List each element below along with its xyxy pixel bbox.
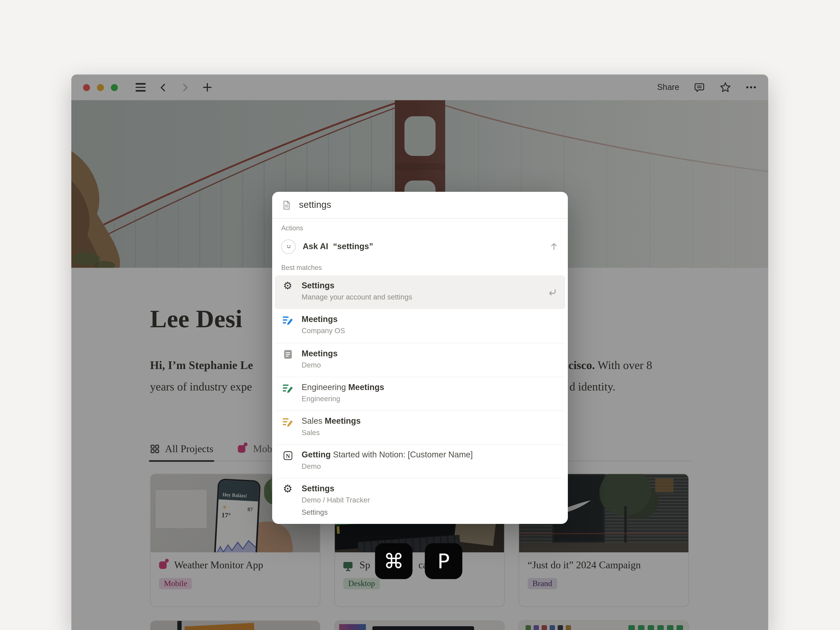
ask-ai-query: “settings” <box>333 242 373 251</box>
quick-search-dialog: settings Actions Ask AI “settings” Best … <box>272 192 568 524</box>
phone-humidity: 87 <box>248 506 253 512</box>
page-search-icon <box>281 199 292 210</box>
intro-line2-right: d identity. <box>569 376 615 398</box>
traffic-light-zoom[interactable] <box>111 84 118 91</box>
ask-ai-action[interactable]: Ask AI “settings” <box>275 235 565 258</box>
window-glow <box>655 478 673 493</box>
result-title: Settings <box>302 483 370 494</box>
card-title: “Just do it” 2024 Campaign <box>527 559 641 571</box>
result-subtitle: Engineering <box>302 394 384 403</box>
card-tag-brand[interactable]: Brand <box>527 578 557 589</box>
notion-logo-icon: N <box>282 450 293 461</box>
card-sliver-1[interactable]: Basic <box>150 621 321 630</box>
macbook-silhouette <box>372 626 474 630</box>
search-result[interactable]: MeetingsDemo <box>275 343 565 376</box>
card-sliver-2[interactable] <box>334 621 505 630</box>
gear-icon: ⚙ <box>283 281 292 291</box>
tab-label: Mob <box>253 443 272 455</box>
green-icon-grid <box>628 625 683 630</box>
actions-section-label: Actions <box>272 218 568 235</box>
best-matches-section-label: Best matches <box>272 258 568 274</box>
chart-wave <box>215 534 256 553</box>
result-title: Meetings <box>302 314 345 325</box>
keycap-p: P <box>425 543 462 579</box>
app-icon-grid <box>526 625 571 630</box>
meeting-notes-icon <box>282 416 294 428</box>
search-query-text: settings <box>299 199 332 210</box>
mobile-app-icon <box>159 562 166 569</box>
traffic-light-minimize[interactable] <box>97 84 104 91</box>
meeting-notes-icon <box>282 382 294 395</box>
search-result[interactable]: Engineering MeetingsEngineering <box>275 377 565 411</box>
desktop-monitor-icon <box>343 562 353 568</box>
enter-key-icon <box>547 287 557 297</box>
result-title: Getting Started with Notion: [Customer N… <box>302 450 473 460</box>
favorite-star-icon[interactable] <box>720 81 731 93</box>
imac-silhouette <box>155 489 207 529</box>
note-icon <box>282 349 293 360</box>
intro-line1-right: cisco. With over 8 <box>568 355 652 376</box>
grid-icon <box>150 444 160 454</box>
search-result[interactable]: ⚙SettingsDemo / Habit TrackerSettings <box>275 478 565 517</box>
mobile-app-icon <box>238 445 245 453</box>
tab-mobile[interactable]: Mob <box>237 437 273 461</box>
page-title: Lee Desi <box>150 304 243 333</box>
result-subtitle: Demo <box>302 360 338 370</box>
phone-greeting: Hey Balázs! <box>218 480 259 502</box>
result-subtitle: Demo / Habit Tracker <box>302 496 370 505</box>
card-title: Weather Monitor App <box>174 559 263 571</box>
gear-filled-icon: ⚙ <box>283 484 292 494</box>
card-sliver-3[interactable] <box>519 621 689 630</box>
intro-line1-left: Hi, I’m Stephanie Le <box>150 355 253 376</box>
sidebar-toggle-icon[interactable] <box>136 83 146 92</box>
result-subtitle: Manage your account and settings <box>302 292 412 302</box>
more-options-icon[interactable] <box>746 86 756 89</box>
meeting-notes-icon <box>282 314 294 326</box>
forward-icon[interactable] <box>180 83 189 92</box>
search-result[interactable]: Sales MeetingsSales <box>275 411 565 444</box>
ai-face-icon <box>281 239 296 254</box>
keycap-command: ⌘ <box>375 543 412 579</box>
result-title: Sales Meetings <box>302 415 361 426</box>
result-title: Meetings <box>302 348 338 359</box>
project-cards-row2: Basic <box>150 621 763 630</box>
window-toolbar: Share <box>71 74 768 100</box>
up-arrow-icon <box>549 242 559 251</box>
sun-icon: ☀ <box>222 504 227 511</box>
card-tag-mobile[interactable]: Mobile <box>159 578 192 589</box>
search-input[interactable]: settings <box>272 192 568 218</box>
ask-ai-label: Ask AI <box>303 242 328 251</box>
laptop-screen-fragment: Basic <box>185 623 255 630</box>
result-title: Settings <box>302 280 412 291</box>
result-snippet: Settings <box>302 508 370 517</box>
screenshot-stage: Share <box>0 0 840 630</box>
search-results-list: ⚙SettingsManage your account and setting… <box>272 274 568 518</box>
svg-text:N: N <box>286 453 290 459</box>
intro-line2-left: years of industry expe <box>150 376 252 398</box>
result-title: Engineering Meetings <box>302 382 384 393</box>
back-icon[interactable] <box>159 83 168 92</box>
result-subtitle: Demo <box>302 462 473 471</box>
tab-label: All Projects <box>165 443 213 455</box>
search-result[interactable]: ⚙SettingsManage your account and setting… <box>275 275 565 309</box>
phone-mockup: Hey Balázs! ☀ 17° 87 <box>214 478 261 553</box>
phone-temperature: 17° <box>221 511 231 520</box>
new-page-icon[interactable] <box>202 82 212 92</box>
tab-all-projects[interactable]: All Projects <box>149 437 215 461</box>
result-subtitle: Sales <box>302 428 361 437</box>
search-result[interactable]: NGetting Started with Notion: [Customer … <box>275 444 565 478</box>
sidewalk <box>519 543 688 553</box>
card-tag-desktop[interactable]: Desktop <box>343 578 380 589</box>
traffic-light-close[interactable] <box>83 84 90 91</box>
notion-window: Share <box>71 74 768 630</box>
share-button[interactable]: Share <box>657 82 679 92</box>
comments-icon[interactable] <box>694 82 705 93</box>
card-title-fragment-left: Sp <box>359 559 370 571</box>
result-subtitle: Company OS <box>302 326 345 335</box>
shortcut-overlay: ⌘P <box>375 543 462 579</box>
search-result[interactable]: MeetingsCompany OS <box>275 309 565 343</box>
